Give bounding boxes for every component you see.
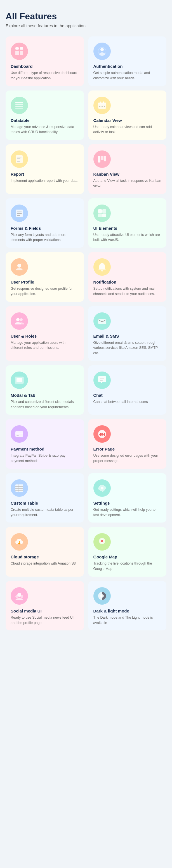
feature-icon-dark-light — [94, 587, 111, 604]
feature-card-modal-tab: Modal & Tab Pick and customize different… — [6, 365, 84, 415]
svg-point-59 — [101, 540, 103, 542]
feature-icon-social-media — [11, 587, 28, 604]
feature-title-custom-table: Custom Table — [11, 501, 38, 505]
feature-icon-kanban — [94, 151, 111, 168]
feature-title-dark-light: Dark & light mode — [94, 609, 129, 613]
feature-title-calendar: Calendar View — [94, 118, 122, 123]
feature-title-chat: Chat — [94, 393, 103, 398]
feature-desc-kanban: Add and View all task in responsive Kanb… — [94, 178, 162, 189]
feature-card-settings: Settings Get ready settings which will h… — [89, 473, 167, 523]
svg-rect-42 — [100, 378, 104, 379]
svg-rect-22 — [17, 161, 20, 162]
feature-card-kanban: Kanban View Add and View all task in res… — [89, 144, 167, 194]
feature-title-user-profile: User Profile — [11, 280, 34, 284]
svg-rect-30 — [98, 209, 102, 213]
feature-desc-notification: Setup notifications with system and mail… — [94, 286, 162, 297]
svg-rect-8 — [15, 104, 23, 105]
svg-rect-10 — [15, 108, 23, 109]
svg-rect-43 — [100, 380, 103, 381]
svg-rect-3 — [20, 51, 23, 55]
feature-icon-notification — [94, 258, 111, 276]
svg-rect-7 — [15, 102, 23, 103]
page-subtitle: Explore all these features in the applic… — [6, 23, 166, 28]
feature-icon-report — [11, 151, 28, 168]
feature-title-report: Report — [11, 172, 24, 177]
svg-rect-29 — [17, 215, 20, 216]
feature-card-dark-light: Dark & light mode The Dark mode and The … — [89, 581, 167, 631]
feature-icon-error-page: 404 — [94, 425, 111, 443]
feature-icon-modal-tab — [11, 372, 28, 389]
svg-rect-17 — [104, 106, 105, 107]
feature-icon-authentication — [94, 42, 111, 60]
svg-rect-2 — [15, 51, 19, 55]
svg-text:404: 404 — [99, 432, 105, 436]
feature-desc-datatable: Manage your advance & responsive data ta… — [11, 124, 79, 135]
feature-desc-ui-elements: Use ready attractive UI elements which a… — [94, 232, 162, 243]
feature-card-datatable: Datatable Manage your advance & responsi… — [6, 91, 84, 140]
svg-rect-15 — [99, 106, 100, 107]
feature-card-cloud-storage: Cloud storage Cloud storage integration … — [6, 527, 84, 577]
feature-title-dashboard: Dashboard — [11, 64, 32, 69]
feature-title-error-page: Error Page — [94, 446, 115, 452]
feature-title-payment: Payment method — [11, 446, 44, 452]
feature-icon-email-sms — [94, 312, 111, 330]
feature-card-google-map: Google Map Tracking the live locations t… — [89, 527, 167, 577]
feature-title-forms: Forms & Fields — [11, 226, 41, 230]
svg-rect-38 — [98, 319, 106, 324]
feature-card-authentication: Authentication Get simple authentication… — [89, 36, 167, 86]
svg-rect-18 — [16, 155, 23, 163]
svg-rect-0 — [15, 48, 19, 50]
feature-card-ui-elements: UI Elements Use ready attractive UI elem… — [89, 198, 167, 248]
feature-title-ui-elements: UI Elements — [94, 226, 117, 230]
feature-title-email-sms: Email & SMS — [94, 334, 119, 338]
svg-rect-24 — [101, 156, 103, 160]
svg-point-62 — [15, 595, 18, 598]
feature-icon-cloud-storage — [11, 533, 28, 551]
feature-desc-modal-tab: Pick and customize different size modals… — [11, 399, 79, 410]
svg-point-34 — [18, 264, 21, 268]
feature-icon-payment — [11, 425, 28, 443]
feature-desc-authentication: Get simple authentication modal and cust… — [94, 70, 162, 81]
feature-card-report: Report Implement application report with… — [6, 144, 84, 194]
feature-title-cloud-storage: Cloud storage — [11, 555, 39, 559]
feature-icon-datatable — [11, 97, 28, 114]
svg-rect-21 — [17, 160, 21, 160]
features-grid: Dashboard Use different type of responsi… — [6, 36, 166, 630]
feature-icon-settings — [94, 479, 111, 497]
svg-rect-27 — [17, 212, 22, 212]
feature-card-calendar: Calendar View Use ready calendar view an… — [89, 91, 167, 140]
feature-icon-forms — [11, 205, 28, 222]
svg-rect-19 — [17, 157, 22, 157]
svg-rect-28 — [17, 213, 22, 214]
svg-point-37 — [20, 318, 23, 321]
feature-desc-custom-table: Create multiple custom data table as per… — [11, 507, 79, 518]
feature-card-email-sms: Email & SMS Give different email & sms s… — [89, 306, 167, 361]
feature-icon-user-profile — [11, 258, 28, 276]
feature-card-custom-table: Custom Table Create multiple custom data… — [6, 473, 84, 523]
feature-desc-calendar: Use ready calendar view and can add acti… — [94, 124, 162, 135]
feature-title-google-map: Google Map — [94, 555, 117, 559]
svg-rect-23 — [98, 156, 100, 162]
feature-card-notification: Notification Setup notifications with sy… — [89, 252, 167, 302]
page-wrapper: All Features Explore all these features … — [0, 0, 172, 642]
svg-rect-13 — [100, 101, 101, 103]
feature-title-notification: Notification — [94, 280, 116, 284]
feature-desc-settings: Get ready settings which will help you t… — [94, 507, 162, 518]
feature-title-authentication: Authentication — [94, 64, 123, 69]
svg-rect-14 — [103, 101, 104, 103]
feature-title-kanban: Kanban View — [94, 172, 119, 177]
svg-rect-33 — [102, 214, 106, 217]
feature-card-user-roles: User & Roles Manage your application use… — [6, 306, 84, 361]
feature-card-payment: Payment method Integrate PayPal, Stripe … — [6, 419, 84, 469]
svg-point-4 — [100, 48, 104, 51]
feature-card-chat: Chat Can chat between all internal users — [89, 365, 167, 415]
feature-title-datatable: Datatable — [11, 118, 30, 123]
svg-rect-12 — [98, 102, 106, 104]
feature-desc-cloud-storage: Cloud storage integration with Amazon S3 — [11, 561, 76, 566]
feature-icon-calendar — [94, 97, 111, 114]
feature-icon-google-map — [94, 533, 111, 551]
feature-icon-chat — [94, 372, 111, 389]
svg-rect-20 — [17, 158, 21, 159]
svg-rect-49 — [15, 485, 23, 492]
feature-desc-error-page: Use some designed error pages with your … — [94, 453, 162, 464]
